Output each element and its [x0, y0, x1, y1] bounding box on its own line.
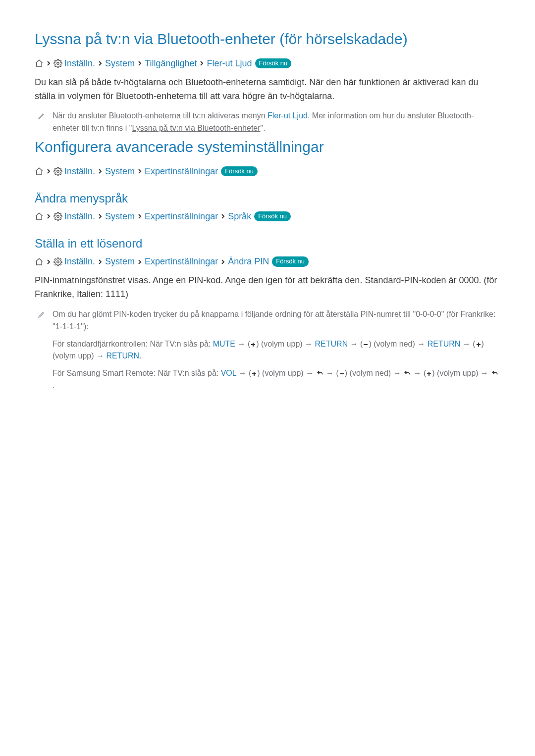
arrow-right-icon: → [237, 340, 247, 348]
home-icon [35, 212, 44, 221]
breadcrumb: Inställn. System Expertinställningar För… [35, 165, 500, 178]
key-return: RETURN [428, 340, 461, 348]
home-icon [35, 167, 44, 176]
plus-icon [251, 371, 257, 377]
breadcrumb-settings[interactable]: Inställn. [64, 210, 95, 223]
try-now-badge[interactable]: Försök nu [221, 166, 258, 176]
remote-smart-sequence: För Samsung Smart Remote: När TV:n slås … [53, 367, 500, 392]
note-row: När du ansluter Bluetooth-enheterna till… [38, 110, 500, 135]
chevron-right-icon [46, 168, 52, 174]
note-text: Om du har glömt PIN-koden trycker du på … [53, 308, 500, 333]
label-volume-up: (volym upp) [259, 340, 305, 348]
breadcrumb-expert[interactable]: Expertinställningar [145, 210, 218, 223]
label-volume-up: (volym upp) [53, 352, 96, 360]
pencil-icon [38, 112, 46, 122]
chevron-right-icon [220, 259, 226, 265]
arrow-right-icon: → [350, 340, 360, 348]
chevron-right-icon [46, 213, 52, 219]
chevron-right-icon [220, 213, 226, 219]
breadcrumb: Inställn. System Expertinställningar Änd… [35, 255, 500, 268]
svg-point-2 [57, 215, 59, 218]
key-mute: MUTE [213, 340, 235, 348]
remote-standard-sequence: För standardfjärrkontrollen: När TV:n sl… [53, 338, 500, 363]
plus-icon [426, 371, 432, 377]
gear-icon [54, 59, 62, 68]
arrow-right-icon: → [414, 369, 424, 377]
arrow-right-icon: → [481, 369, 490, 377]
breadcrumb-expert[interactable]: Expertinställningar [145, 165, 218, 178]
arrow-right-icon: → [463, 340, 473, 348]
home-icon [35, 59, 44, 68]
arrow-right-icon: → [417, 340, 427, 348]
breadcrumb-settings[interactable]: Inställn. [64, 255, 95, 268]
remote-std-prefix: För standardfjärrkontrollen: När TV:n sl… [53, 340, 213, 348]
note-row: Om du har glömt PIN-koden trycker du på … [38, 308, 500, 392]
chevron-right-icon [137, 213, 143, 219]
chevron-right-icon [137, 60, 143, 66]
breadcrumb-expert[interactable]: Expertinställningar [145, 255, 218, 268]
label-volume-up: (volym upp) [260, 369, 306, 377]
plus-icon [250, 342, 256, 348]
breadcrumb-system[interactable]: System [105, 255, 135, 268]
plus-icon [476, 342, 482, 348]
try-now-badge[interactable]: Försök nu [255, 58, 292, 68]
key-return: RETURN [106, 352, 139, 360]
arrow-right-icon: → [326, 369, 336, 377]
try-now-badge[interactable]: Försök nu [254, 211, 291, 221]
svg-point-3 [57, 260, 59, 263]
breadcrumb-change-pin[interactable]: Ändra PIN [228, 255, 269, 268]
breadcrumb-system[interactable]: System [105, 57, 135, 70]
breadcrumb-system[interactable]: System [105, 210, 135, 223]
chevron-right-icon [97, 213, 103, 219]
svg-point-0 [57, 62, 59, 65]
breadcrumb-system[interactable]: System [105, 165, 135, 178]
pencil-icon [38, 310, 46, 320]
period: . [53, 381, 54, 390]
chevron-right-icon [97, 168, 103, 174]
chevron-right-icon [199, 60, 205, 66]
breadcrumb-multi-audio[interactable]: Fler-ut Ljud [207, 57, 252, 70]
section-title-advanced: Konfigurera avancerade systeminställning… [35, 138, 500, 156]
breadcrumb: Inställn. System Expertinställningar Spr… [35, 210, 500, 223]
subsection-title-password: Ställa in ett lösenord [35, 237, 500, 251]
chevron-right-icon [46, 60, 52, 66]
arrow-right-icon: → [306, 369, 316, 377]
breadcrumb-settings[interactable]: Inställn. [64, 165, 95, 178]
svg-point-1 [57, 170, 59, 173]
key-return: RETURN [315, 340, 348, 348]
remote-smart-prefix: För Samsung Smart Remote: När TV:n slås … [53, 369, 221, 377]
arrow-right-icon: → [305, 340, 315, 348]
section-title-bluetooth: Lyssna på tv:n via Bluetooth-enheter (fö… [35, 30, 500, 49]
breadcrumb: Inställn. System Tillgänglighet Fler-ut … [35, 57, 500, 70]
breadcrumb-settings[interactable]: Inställn. [64, 57, 95, 70]
arrow-right-icon: → [239, 369, 249, 377]
gear-icon [54, 212, 62, 221]
arrow-right-icon: → [393, 369, 403, 377]
body-text-bluetooth: Du kan slå på både tv-högtalarna och Blu… [35, 76, 500, 103]
note-text-post: ". [261, 124, 266, 132]
gear-icon [54, 257, 62, 266]
minus-icon [363, 342, 369, 348]
chevron-right-icon [97, 259, 103, 265]
try-now-badge[interactable]: Försök nu [272, 256, 309, 266]
breadcrumb-accessibility[interactable]: Tillgänglighet [145, 57, 197, 70]
chevron-right-icon [137, 259, 143, 265]
back-icon [403, 370, 411, 377]
back-icon [491, 370, 499, 377]
link-fler-ut-ljud[interactable]: Fler-ut Ljud [268, 111, 308, 120]
body-text-password: PIN-inmatningsfönstret visas. Ange en PI… [35, 274, 500, 302]
link-listen-bluetooth[interactable]: Lyssna på tv:n via Bluetooth-enheter [132, 124, 260, 132]
subsection-title-language: Ändra menyspråk [35, 192, 500, 205]
chevron-right-icon [46, 259, 52, 265]
chevron-right-icon [137, 168, 143, 174]
label-volume-down: (volym ned) [347, 369, 393, 377]
chevron-right-icon [97, 60, 103, 66]
breadcrumb-language[interactable]: Språk [228, 210, 251, 223]
period: . [139, 352, 141, 360]
back-icon [316, 370, 324, 377]
key-vol: VOL [221, 369, 236, 377]
home-icon [35, 257, 44, 266]
gear-icon [54, 167, 62, 176]
arrow-right-icon: → [96, 352, 106, 360]
note-text-pre: När du ansluter Bluetooth-enheterna till… [53, 111, 268, 120]
